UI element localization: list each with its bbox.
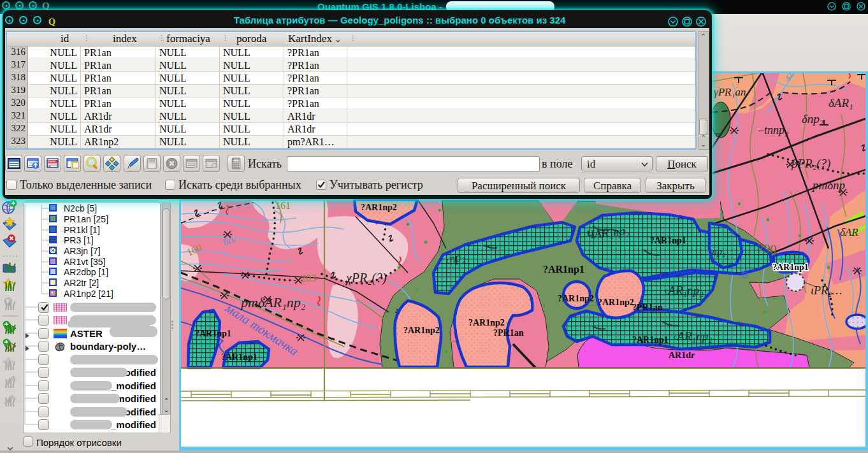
- svg-text:ιPR₂…: ιPR₂…: [811, 284, 842, 297]
- svg-text:AR1dr: AR1dr: [669, 350, 695, 360]
- svg-text:?AR1np1: ?AR1np1: [221, 352, 257, 362]
- svg-text:?AR1np2: ?AR1np2: [361, 203, 397, 212]
- svg-text:203: 203: [301, 273, 316, 284]
- svg-text:?AR1np1: ?AR1np1: [650, 236, 686, 245]
- svg-text:–tnnp₂: –tnnp₂: [758, 124, 788, 136]
- svg-text:790: 790: [757, 241, 777, 256]
- svg-text:161: 161: [275, 200, 291, 211]
- svg-text:?AR1np2: ?AR1np2: [468, 318, 505, 327]
- svg-text:n: n: [716, 129, 720, 139]
- svg-text:pmδnp: pmδnp: [811, 178, 845, 192]
- svg-text:?AR1np1: ?AR1np1: [195, 329, 231, 338]
- svg-text:βPR₂(?): βPR₂(?): [791, 157, 830, 171]
- svg-text:?PR1an: ?PR1an: [493, 328, 524, 338]
- svg-text:?AR1np2: ?AR1np2: [558, 294, 594, 303]
- svg-text:pmδAR₁np₂: pmδAR₁np₂: [240, 294, 306, 310]
- svg-text:δnp₂: δnp₂: [802, 112, 824, 126]
- svg-text:δAR: δAR: [840, 226, 858, 238]
- svg-text:?AR1np2: ?AR1np2: [598, 298, 634, 307]
- svg-text:‹AR₁np₂: ‹AR₁np₂: [673, 329, 712, 343]
- svg-text:?AR1np1: ?AR1np1: [772, 262, 809, 272]
- svg-text:γPR₁an: γPR₁an: [714, 86, 746, 98]
- svg-text:χPR₂(?): χPR₂(?): [345, 271, 387, 285]
- svg-text:‹AR₁np₂: ‹AR₁np₂: [664, 284, 704, 297]
- svg-text:?AR1np1: ?AR1np1: [543, 264, 584, 275]
- svg-text:np₂: np₂: [712, 246, 726, 257]
- svg-text:?PR1an: ?PR1an: [632, 303, 663, 312]
- svg-text:?AR1np1: ?AR1np1: [632, 335, 669, 345]
- svg-text:δAR₁: δAR₁: [828, 96, 853, 110]
- svg-text:?AR1np2: ?AR1np2: [403, 326, 440, 335]
